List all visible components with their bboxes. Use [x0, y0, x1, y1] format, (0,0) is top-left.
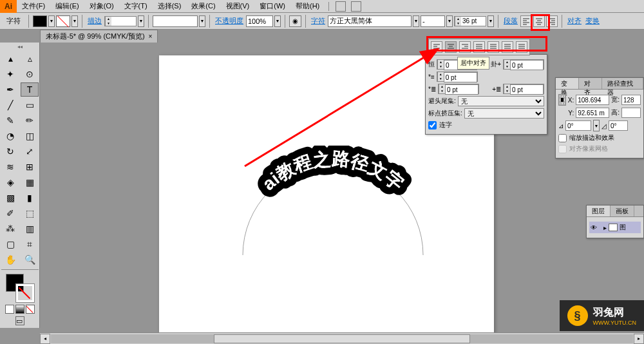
stroke-color[interactable] — [56, 15, 70, 27]
expand-icon[interactable]: ▸ — [603, 224, 607, 231]
opacity-input[interactable] — [246, 15, 273, 27]
hyphen-select[interactable]: 无 — [458, 96, 544, 106]
scroll-left-btn[interactable]: ◂ — [40, 334, 50, 344]
para-align-left[interactable] — [431, 41, 442, 53]
document-tab[interactable]: 未标题-5* @ 99% (CMYK/预览) × — [40, 30, 158, 43]
visibility-icon[interactable]: 👁 — [591, 224, 597, 231]
layer-name[interactable]: 图 — [620, 223, 626, 232]
screen-mode-btn[interactable]: ▭ — [15, 316, 24, 325]
first-line-input[interactable]: ▲▼ — [437, 72, 478, 82]
blob-brush-tool[interactable]: ◔ — [1, 129, 19, 143]
scroll-thumb[interactable] — [214, 334, 470, 343]
width-tool[interactable]: ≋ — [1, 160, 19, 174]
lasso-tool[interactable]: ⊙ — [21, 67, 39, 81]
zoom-tool[interactable]: 🔍 — [21, 253, 39, 267]
eraser-tool[interactable]: ◫ — [21, 129, 39, 143]
stroke-weight-dropdown[interactable]: ▼ — [138, 15, 144, 27]
character-link[interactable]: 字符 — [310, 16, 327, 26]
h-input[interactable] — [621, 108, 641, 118]
arrange-icon[interactable] — [351, 1, 361, 12]
para-justify-all[interactable] — [516, 41, 527, 53]
font-style-input[interactable] — [421, 15, 445, 27]
direct-selection-tool[interactable]: ▵ — [21, 52, 39, 66]
hand-tool[interactable]: ✋ — [1, 253, 19, 267]
magic-wand-tool[interactable]: ✦ — [1, 67, 19, 81]
pencil-tool[interactable]: ✏ — [21, 113, 39, 128]
fill-color[interactable] — [33, 15, 47, 27]
para-align-center[interactable] — [445, 41, 457, 53]
type-tool[interactable]: T — [21, 82, 39, 97]
none-mode-btn[interactable] — [26, 305, 35, 314]
font-size-dropdown[interactable]: ▼ — [488, 15, 494, 27]
align-center-btn[interactable] — [533, 15, 545, 27]
align-tab[interactable]: 对齐 — [579, 78, 602, 89]
w-input[interactable] — [621, 95, 641, 105]
doc-setup-icon[interactable] — [336, 1, 346, 12]
reference-point[interactable] — [558, 94, 566, 106]
tab-close-icon[interactable]: × — [149, 33, 153, 40]
paintbrush-tool[interactable]: ✎ — [1, 113, 19, 128]
stroke-indicator[interactable] — [16, 284, 34, 302]
fill-stroke-indicator[interactable] — [6, 274, 34, 302]
scale-tool[interactable]: ⤢ — [21, 144, 39, 158]
shape-builder-tool[interactable]: ◈ — [1, 175, 19, 189]
canvas-area[interactable]: ai教程之路径文字 ai教程之路径文字 — [40, 43, 644, 332]
menu-select[interactable]: 选择(S) — [153, 1, 187, 11]
stroke-dropdown[interactable]: ▼ — [71, 15, 78, 27]
slice-tool[interactable]: ⌗ — [21, 237, 39, 251]
stroke-weight[interactable]: ▲▼ — [104, 16, 137, 26]
stroke-link[interactable]: 描边 — [86, 16, 103, 26]
align-link[interactable]: 对齐 — [566, 16, 583, 26]
pathfinder-tab[interactable]: 路径查找器 — [602, 78, 643, 89]
para-justify-right[interactable] — [502, 41, 513, 53]
fill-dropdown[interactable]: ▼ — [48, 15, 55, 27]
space-before-input[interactable]: ▲▼ — [438, 84, 479, 94]
artboard-tool[interactable]: ▢ — [1, 237, 19, 251]
font-family-dropdown[interactable]: ▼ — [413, 15, 419, 27]
blend-tool[interactable]: ⬚ — [21, 206, 39, 220]
graph-tool[interactable]: ▥ — [21, 222, 39, 236]
transform-link[interactable]: 变换 — [584, 16, 601, 26]
rotate-input[interactable] — [565, 120, 591, 131]
gradient-tool[interactable]: ▮ — [21, 191, 39, 205]
punct-select[interactable]: 无 — [464, 108, 544, 119]
opacity-link[interactable]: 不透明度 — [214, 16, 245, 26]
menu-window[interactable]: 窗口(W) — [254, 1, 290, 11]
style-select[interactable] — [153, 15, 198, 27]
shear-input[interactable] — [609, 120, 628, 131]
scroll-right-btn[interactable]: ▸ — [634, 334, 644, 344]
paragraph-link[interactable]: 段落 — [502, 16, 519, 26]
path-text-artwork[interactable]: ai教程之路径文字 ai教程之路径文字 — [230, 146, 436, 326]
scroll-track[interactable] — [51, 334, 633, 343]
para-align-right[interactable] — [459, 41, 471, 53]
rectangle-tool[interactable]: ▭ — [21, 98, 39, 112]
symbol-sprayer-tool[interactable]: ⁂ — [1, 222, 19, 236]
space-after-input[interactable]: ▲▼ — [503, 84, 544, 94]
align-right-btn[interactable] — [546, 15, 558, 27]
transform-tab[interactable]: 变换 — [556, 78, 579, 89]
selection-tool[interactable]: ▴ — [1, 52, 19, 66]
color-mode-btn[interactable] — [5, 305, 14, 314]
menu-effect[interactable]: 效果(C) — [186, 1, 220, 11]
para-justify-left[interactable] — [473, 41, 485, 53]
para-justify-center[interactable] — [488, 41, 499, 53]
layers-tab[interactable]: 图层 — [587, 205, 611, 216]
pen-tool[interactable]: ✒ — [1, 82, 19, 97]
recolor-icon[interactable]: ◉ — [289, 15, 301, 27]
font-family-input[interactable] — [328, 15, 412, 27]
menu-edit[interactable]: 编辑(E) — [50, 1, 84, 11]
menu-file[interactable]: 文件(F) — [17, 1, 50, 11]
menu-type[interactable]: 文字(T) — [119, 1, 153, 11]
right-indent-input[interactable]: ▲▼ — [503, 59, 544, 70]
line-tool[interactable]: ╱ — [1, 98, 19, 112]
font-size[interactable]: ▲▼ — [454, 16, 486, 26]
style-dropdown[interactable]: ▼ — [199, 15, 205, 27]
free-transform-tool[interactable]: ⊞ — [21, 160, 39, 174]
align-left-btn[interactable] — [520, 15, 532, 27]
ligature-checkbox[interactable] — [428, 121, 437, 129]
rotate-tool[interactable]: ↻ — [1, 144, 19, 158]
font-style-dropdown[interactable]: ▼ — [446, 15, 453, 27]
perspective-tool[interactable]: ▦ — [21, 175, 39, 189]
menu-view[interactable]: 视图(V) — [221, 1, 255, 11]
menu-help[interactable]: 帮助(H) — [290, 1, 325, 11]
